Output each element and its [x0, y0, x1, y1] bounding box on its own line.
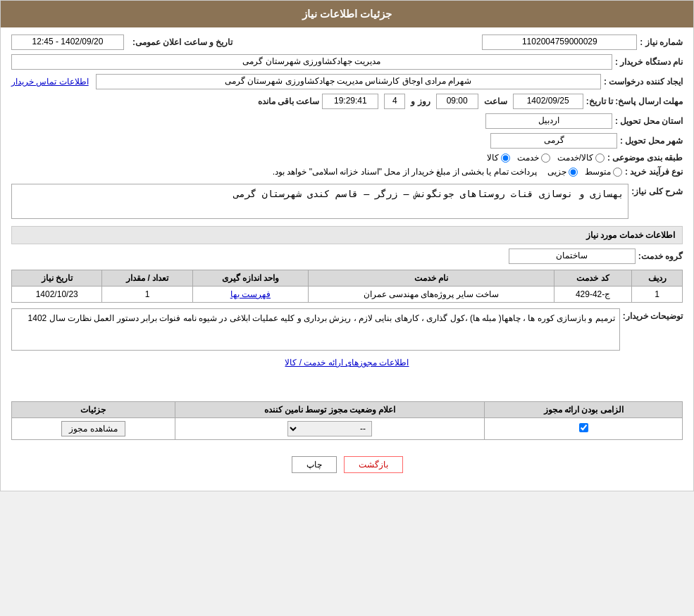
tabaqe-radio-group: کالا/خدمت خدمت کالا	[487, 153, 605, 163]
permit-ealam-select[interactable]: --	[287, 421, 372, 436]
row-mohlat: مهلت ارسال پاسخ: تا تاریخ: 1402/09/25 سا…	[11, 94, 683, 109]
shahr-value: گرمی	[490, 133, 617, 149]
col-tedad: تعداد / مقدار	[102, 270, 192, 287]
cell-tarikh: 1402/10/23	[12, 287, 102, 303]
shahr-label: شهر محل تحویل :	[617, 136, 683, 146]
ijad-label: ایجاد کننده درخواست :	[601, 77, 683, 87]
row-sharh: شرح کلی نیاز: بهسازی و نوسازی قنات روستا…	[11, 184, 683, 219]
mohlat-saat-label: ساعت	[481, 96, 507, 106]
sharh-label: شرح کلی نیاز:	[628, 184, 683, 196]
tabaqe-kala-khedmat-radio[interactable]	[595, 153, 605, 163]
cell-vahed: فهرست بها	[192, 287, 308, 303]
tabaqe-label: طبقه بندی موضوعی :	[605, 153, 683, 163]
tarikh-aelaan-label: تاریخ و ساعت اعلان عمومی:	[130, 37, 233, 47]
btn-row: بازگشت چاپ	[11, 446, 683, 484]
mohlat-remaining-value: 19:29:41	[322, 94, 378, 109]
col-kod: کد خدمت	[554, 270, 632, 287]
vahed-link[interactable]: فهرست بها	[230, 289, 271, 299]
permit-ealam-cell: --	[175, 418, 485, 440]
permit-row: -- مشاهده مجوز	[12, 418, 683, 440]
ostan-value: اردبیل	[485, 113, 612, 129]
cell-tedad: 1	[102, 287, 192, 303]
nooe-motavaset-label: متوسط	[585, 167, 611, 177]
mohlat-roz-label: روز و	[408, 96, 430, 106]
print-button[interactable]: چاپ	[292, 456, 337, 473]
row-shahr: شهر محل تحویل : گرمی	[11, 133, 683, 149]
permit-joziyat-cell: مشاهده مجوز	[12, 418, 175, 440]
row-ijad: ایجاد کننده درخواست : شهرام مرادی اوجاق …	[11, 74, 683, 89]
tabaqe-kala-option[interactable]: کالا	[487, 153, 510, 163]
buyer-notes-value: ترمیم و بازسازی کوره ها ، چاهها( مبله ها…	[11, 308, 620, 351]
row-tabaqe: طبقه بندی موضوعی : کالا/خدمت خدمت کالا	[11, 153, 683, 163]
row-buyer-notes: توضیحات خریدار: ترمیم و بازسازی کوره ها …	[11, 308, 683, 351]
permit-elzami-cell	[485, 418, 683, 440]
permit-elzami-checkbox[interactable]	[579, 423, 588, 432]
nooe-jozyi-label: جزیی	[547, 167, 566, 177]
col-radif: ردیف	[632, 270, 683, 287]
nooe-jozyi-radio[interactable]	[569, 168, 578, 177]
tarikh-aelaan-value: 1402/09/20 - 12:45	[11, 34, 124, 50]
table-row: 1 ج-42-429 ساخت سایر پروژه‌های مهندسی عم…	[12, 287, 683, 303]
shomara-value: 1102004759000029	[482, 34, 637, 50]
page-title: جزئیات اطلاعات نیاز	[302, 8, 392, 20]
mohlat-roz-value: 4	[384, 94, 405, 109]
row-gorohe-khedmat: گروه خدمت: ساختمان	[11, 249, 683, 264]
col-tarikh: تاریخ نیاز	[12, 270, 102, 287]
nooe-motavaset-radio[interactable]	[613, 168, 622, 177]
gorohe-khedmat-label: گروه خدمت:	[636, 251, 683, 261]
nooe-farayand-label: نوع فرآیند خرید :	[622, 167, 683, 177]
tabaqe-kala-khedmat-label: کالا/خدمت	[557, 153, 593, 163]
tabaqe-khedmat-radio[interactable]	[541, 153, 550, 163]
row-shomara: شماره نیاز : 1102004759000029 تاریخ و سا…	[11, 34, 683, 50]
row-nooe-farayand: نوع فرآیند خرید : متوسط جزیی پرداخت تمام…	[11, 167, 683, 177]
dastgah-label: نام دستگاه خریدار :	[612, 57, 683, 67]
tabaqe-kala-label: کالا	[487, 153, 499, 163]
ostan-label: استان محل تحویل :	[612, 116, 683, 126]
content-area: شماره نیاز : 1102004759000029 تاریخ و سا…	[1, 27, 693, 491]
shomara-label: شماره نیاز :	[637, 37, 683, 47]
cell-kod: ج-42-429	[554, 287, 632, 303]
view-permit-button[interactable]: مشاهده مجوز	[61, 421, 125, 436]
sharh-textarea: بهسازی و نوسازی قنات روستاهای جونگونش – …	[11, 184, 628, 219]
nooe-radio-group: متوسط جزیی	[547, 167, 622, 177]
permit-col-joziyat: جزئیات	[12, 402, 175, 418]
back-button[interactable]: بازگشت	[344, 456, 403, 473]
mohlat-date: 1402/09/25	[513, 94, 583, 109]
col-nam: نام خدمت	[309, 270, 554, 287]
ijad-value: شهرام مرادی اوجاق کارشناس مدیریت جهادکشا…	[96, 74, 601, 89]
cell-radif: 1	[632, 287, 683, 303]
col-vahed: واحد اندازه گیری	[192, 270, 308, 287]
khadamat-table: ردیف کد خدمت نام خدمت واحد اندازه گیری ت…	[11, 270, 683, 303]
tabaqe-kala-khedmat-option[interactable]: کالا/خدمت	[557, 153, 605, 163]
permit-col-ealam: اعلام وضعیت مجوز توسط نامین کننده	[175, 402, 485, 418]
row-dastgah: نام دستگاه خریدار : مدیریت جهادکشاورزی ش…	[11, 54, 683, 70]
mohlat-saat-value: 09:00	[436, 94, 478, 109]
row-ostan: استان محل تحویل : اردبیل	[11, 113, 683, 129]
permit-section-title[interactable]: اطلاعات مجوزهای ارائه خدمت / کالا	[11, 358, 683, 367]
gorohe-khedmat-value: ساختمان	[509, 249, 636, 264]
khadamat-section-title: اطلاعات خدمات مورد نیاز	[11, 226, 683, 244]
nooe-motavaset-option[interactable]: متوسط	[585, 167, 622, 177]
tabaqe-khedmat-label: خدمت	[517, 153, 539, 163]
mohlat-label: مهلت ارسال پاسخ: تا تاریخ:	[583, 96, 683, 106]
etelaat-link[interactable]: اطلاعات تماس خریدار	[11, 77, 89, 87]
mohlat-remaining-label: ساعت باقی مانده	[255, 96, 320, 106]
page-wrapper: جزئیات اطلاعات نیاز شماره نیاز : 1102004…	[0, 0, 694, 491]
dastgah-value: مدیریت جهادکشاورزی شهرستان گرمی	[11, 54, 612, 70]
tabaqe-khedmat-option[interactable]: خدمت	[517, 153, 550, 163]
buyer-notes-label: توضیحات خریدار:	[620, 308, 683, 321]
tabaqe-kala-radio[interactable]	[501, 153, 510, 163]
page-header: جزئیات اطلاعات نیاز	[1, 1, 693, 27]
permit-table: الزامی بودن ارائه مجوز اعلام وضعیت مجوز …	[11, 401, 683, 440]
nooe-jozyi-option[interactable]: جزیی	[547, 167, 578, 177]
nooe-description: پرداخت تمام یا بخشی از مبلغ خریدار از مح…	[273, 167, 537, 177]
cell-nam: ساخت سایر پروژه‌های مهندسی عمران	[309, 287, 554, 303]
permit-col-elzami: الزامی بودن ارائه مجوز	[485, 402, 683, 418]
